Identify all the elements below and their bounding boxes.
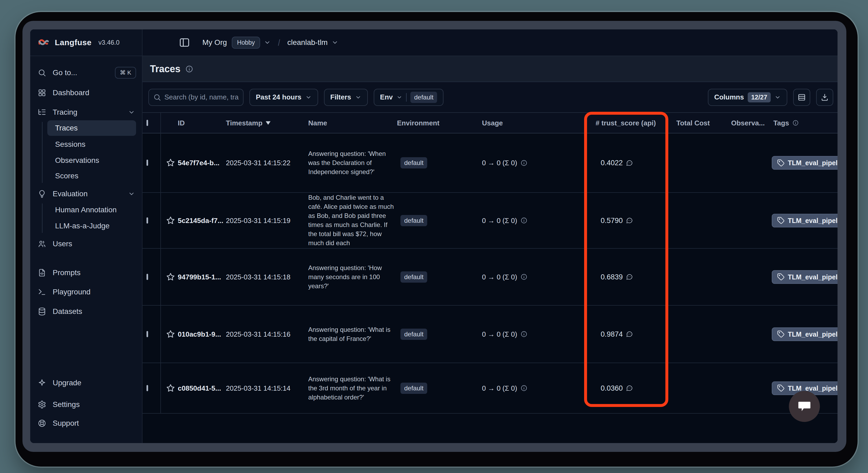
sidebar-item-observations[interactable]: Observations xyxy=(55,153,99,168)
comment-icon[interactable] xyxy=(625,384,633,392)
app-name: Langfuse xyxy=(55,38,91,47)
tag-label: TLM_eval_pipeline xyxy=(788,273,838,281)
sidebar-item-label: Dashboard xyxy=(53,89,89,97)
chat-widget-button[interactable] xyxy=(789,391,820,422)
trust-score-cell: 0.9874 xyxy=(601,330,633,338)
sidebar-item-sessions[interactable]: Sessions xyxy=(55,137,86,152)
tag-badge[interactable]: TLM_eval_pipeline xyxy=(772,270,838,284)
comment-icon[interactable] xyxy=(625,273,633,281)
sidebar-item-label: Prompts xyxy=(53,268,81,277)
project-chevron-down-icon[interactable] xyxy=(332,39,338,46)
sidebar-item-datasets[interactable]: Datasets xyxy=(30,304,143,319)
list-tree-icon xyxy=(38,108,46,117)
star-icon[interactable] xyxy=(166,158,175,168)
info-icon xyxy=(521,159,527,166)
trace-id[interactable]: 5c2145da-f7... xyxy=(178,216,223,225)
table-row[interactable]: c0850d41-5... 2025-03-31 14:15:14 Answer… xyxy=(143,363,838,414)
column-header-usage[interactable]: Usage xyxy=(482,119,503,127)
tag-label: TLM_eval_pipeline xyxy=(788,159,838,167)
sidebar-item-traces[interactable]: Traces xyxy=(47,120,136,136)
filters-label: Filters xyxy=(331,93,351,101)
life-buoy-icon xyxy=(38,419,46,427)
sidebar-item-label: Datasets xyxy=(53,307,82,316)
trace-id[interactable]: c0850d41-5... xyxy=(178,384,221,392)
table-row[interactable]: 010ac9b1-9... 2025-03-31 14:15:16 Answer… xyxy=(143,306,838,363)
columns-label: Columns xyxy=(714,93,744,101)
star-icon[interactable] xyxy=(166,216,175,226)
environment-badge: default xyxy=(400,157,427,169)
table-row[interactable]: 94799b15-1... 2025-03-31 14:15:18 Answer… xyxy=(143,249,838,306)
column-header-trust-score[interactable]: # trust_score (api) xyxy=(596,119,656,127)
export-download-button[interactable] xyxy=(816,89,833,106)
sidebar-item-dashboard[interactable]: Dashboard xyxy=(30,85,143,100)
tag-badge[interactable]: TLM_eval_pipeline xyxy=(772,327,838,341)
filters-button[interactable]: Filters xyxy=(324,89,368,106)
sidebar-item-goto[interactable]: Go to... ⌘ K xyxy=(30,65,143,80)
column-header-id[interactable]: ID xyxy=(178,119,185,127)
time-range-button[interactable]: Past 24 hours xyxy=(249,89,318,106)
comment-icon[interactable] xyxy=(625,217,633,224)
table-row[interactable]: 5c2145da-f7... 2025-03-31 14:15:19 Bob, … xyxy=(143,193,838,249)
column-header-total-cost[interactable]: Total Cost xyxy=(676,119,710,127)
search-input[interactable] xyxy=(164,93,242,101)
row-checkbox[interactable] xyxy=(147,159,148,166)
star-icon[interactable] xyxy=(166,383,175,393)
app-version: v3.46.0 xyxy=(98,39,120,46)
trace-id[interactable]: 010ac9b1-9... xyxy=(178,330,221,338)
row-height-button[interactable] xyxy=(793,89,810,106)
sidebar-item-playground[interactable]: Playground xyxy=(30,285,143,299)
trace-timestamp: 2025-03-31 14:15:22 xyxy=(226,159,290,167)
org-chevron-down-icon[interactable] xyxy=(264,39,271,46)
breadcrumb-separator: / xyxy=(278,37,280,48)
env-filter-button[interactable]: Env default xyxy=(374,89,444,106)
env-label: Env xyxy=(380,93,393,101)
terminal-icon xyxy=(38,288,46,296)
org-name[interactable]: My Org xyxy=(203,38,227,47)
sidebar-item-users[interactable]: Users xyxy=(30,236,143,252)
usage-cell: 0 → 0 (Σ 0) xyxy=(482,384,527,392)
row-checkbox[interactable] xyxy=(147,385,148,391)
sidebar-item-tracing[interactable]: Tracing xyxy=(30,105,143,120)
sidebar-item-prompts[interactable]: Prompts xyxy=(30,265,143,280)
row-checkbox[interactable] xyxy=(147,217,148,224)
comment-icon[interactable] xyxy=(625,159,633,167)
select-all-checkbox[interactable] xyxy=(147,120,148,126)
trace-name: Answering question: 'What is the 3rd mon… xyxy=(308,375,398,402)
project-name[interactable]: cleanlab-tlm xyxy=(287,38,328,47)
sidebar-toggle-icon[interactable] xyxy=(179,37,190,48)
row-checkbox[interactable] xyxy=(147,274,148,280)
chevron-down-icon xyxy=(128,190,135,197)
column-header-observations[interactable]: Observa... xyxy=(731,119,765,127)
columns-button[interactable]: Columns 12/27 xyxy=(708,89,787,106)
star-icon[interactable] xyxy=(166,329,175,339)
sidebar-item-evaluation[interactable]: Evaluation xyxy=(30,186,143,201)
row-checkbox[interactable] xyxy=(147,331,148,337)
column-header-tags[interactable]: Tags xyxy=(773,119,799,127)
tag-badge[interactable]: TLM_eval_pipeline xyxy=(772,156,838,170)
tag-label: TLM_eval_pipeline xyxy=(788,330,838,338)
sidebar-item-support[interactable]: Support xyxy=(30,416,143,431)
column-header-timestamp[interactable]: Timestamp xyxy=(226,119,271,127)
tag-badge[interactable]: TLM_eval_pipeline xyxy=(772,214,838,227)
sidebar-item-human-annotation[interactable]: Human Annotation xyxy=(55,202,117,217)
trace-name: Bob, and Charlie went to a café. Alice p… xyxy=(308,193,398,248)
info-icon xyxy=(521,273,527,280)
table-row[interactable]: 54e7f7e4-b... 2025-03-31 14:15:22 Answer… xyxy=(143,134,838,193)
sidebar-item-scores[interactable]: Scores xyxy=(55,169,78,183)
environment-badge: default xyxy=(400,215,427,226)
column-header-environment[interactable]: Environment xyxy=(397,119,439,127)
trace-id[interactable]: 54e7f7e4-b... xyxy=(178,159,219,167)
sidebar-item-upgrade[interactable]: Upgrade xyxy=(30,376,143,390)
column-header-name[interactable]: Name xyxy=(308,119,327,127)
info-icon xyxy=(792,120,799,126)
sidebar-item-settings[interactable]: Settings xyxy=(30,397,143,412)
traces-table: ID Timestamp Name Environment Usage # tr… xyxy=(143,112,838,443)
lightbulb-icon xyxy=(38,189,46,198)
sidebar-item-llm-as-a-judge[interactable]: LLM-as-a-Judge xyxy=(55,218,110,233)
rows-icon xyxy=(798,93,806,101)
trace-id[interactable]: 94799b15-1... xyxy=(178,273,221,281)
tag-icon xyxy=(777,384,784,392)
file-code-icon xyxy=(38,268,46,277)
star-icon[interactable] xyxy=(166,272,175,282)
comment-icon[interactable] xyxy=(625,330,633,338)
